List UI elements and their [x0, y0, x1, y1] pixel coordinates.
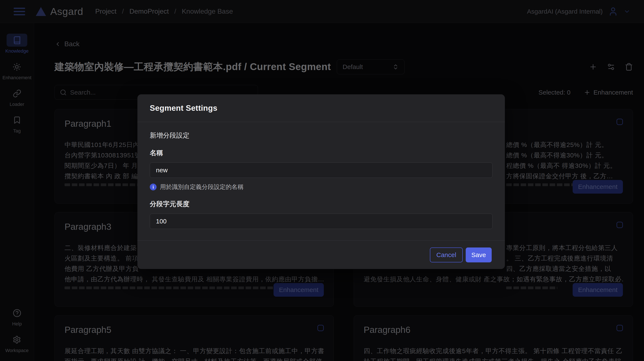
save-button[interactable]: Save [466, 248, 492, 262]
modal-header: Segment Settings [138, 94, 505, 122]
name-field-label: 名稱 [150, 148, 492, 158]
name-helper: i 用於識別自定義分段設定的名稱 [150, 183, 492, 191]
app-root: Asgard Project / DemoProject / Knowledge… [0, 0, 644, 361]
modal-body: 新增分段設定 名稱 i 用於識別自定義分段設定的名稱 分段字元長度 [138, 122, 505, 240]
modal-footer: Cancel Save [138, 240, 505, 269]
length-field-label: 分段字元長度 [150, 200, 492, 208]
segment-settings-dialog: Segment Settings 新增分段設定 名稱 i 用於識別自定義分段設定… [138, 94, 505, 269]
modal-title: Segment Settings [150, 104, 217, 113]
name-input[interactable] [150, 162, 492, 178]
segment-length-input[interactable] [150, 214, 492, 229]
name-helper-text: 用於識別自定義分段設定的名稱 [160, 183, 244, 191]
modal-section-heading: 新增分段設定 [150, 131, 492, 140]
cancel-button[interactable]: Cancel [430, 248, 462, 262]
info-icon: i [150, 184, 156, 190]
